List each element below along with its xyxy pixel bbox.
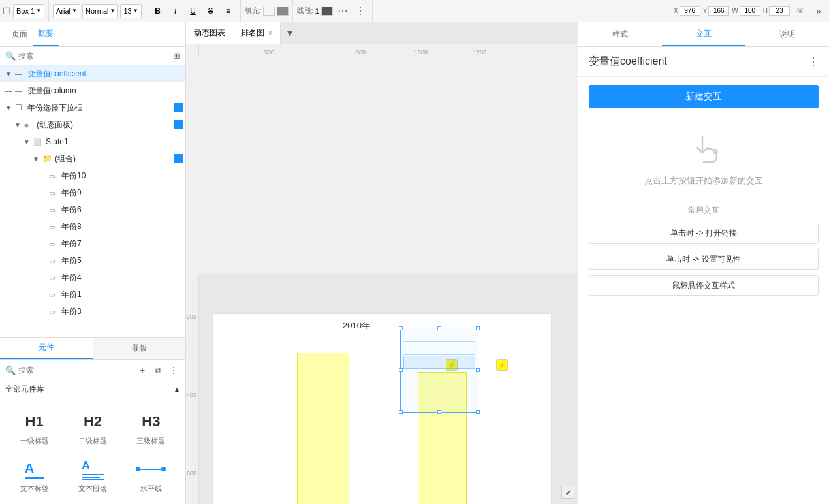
h3-label: 三级标题 (136, 436, 165, 446)
tree-item-var-coefficient[interactable]: ▼ — 变量值coefficient (0, 65, 185, 82)
right-top-nav: 样式 交互 说明 (578, 22, 829, 47)
section-collapse-icon[interactable]: ▲ (174, 386, 180, 393)
components-tabs: 元件 母版 (0, 338, 185, 360)
tree-item-year5[interactable]: ▭ 年份5 (0, 252, 185, 269)
font-size-dropdown[interactable]: 13 ▼ (120, 4, 141, 18)
more-button[interactable]: » (811, 4, 826, 18)
tab-masters[interactable]: 母版 (93, 338, 185, 359)
interaction-btn-set-visibility[interactable]: 单击时 -> 设置可见性 (589, 249, 819, 270)
handle-tr[interactable] (476, 326, 480, 330)
canvas-tab-title: 动态图表——排名图 (194, 27, 264, 39)
more-component-button[interactable]: ⋮ (167, 364, 180, 377)
tab-components[interactable]: 元件 (0, 338, 93, 359)
hide-button[interactable]: 👁 (792, 4, 808, 18)
panel-more-icon[interactable]: ⋮ (808, 55, 819, 68)
canvas-scroll[interactable]: 2010年 ⚡ ⚡ (199, 274, 578, 504)
stroke-more-button[interactable]: ⋮ (352, 4, 368, 18)
tree-item-group[interactable]: ▼ 📁 (组合) (0, 150, 185, 167)
tree-item-state1[interactable]: ▼ ⬜ State1 (0, 133, 185, 150)
stroke-style-button[interactable]: ⋯ (335, 4, 351, 18)
ruler-top: 500 800 1000 1200 (199, 44, 578, 57)
nav-interaction[interactable]: 交互 (662, 22, 745, 46)
comp-hr[interactable]: 水平线 (122, 451, 180, 499)
tree-item-year8[interactable]: ▭ 年份8 (0, 218, 185, 235)
handle-mr[interactable] (476, 368, 480, 372)
tree-item-year-dropdown[interactable]: ▼ ☐ 年份选择下拉框 (0, 99, 185, 116)
tree-label: 年份8 (61, 221, 185, 232)
nav-overview[interactable]: 概要 (33, 22, 59, 46)
list-button[interactable]: ≡ (221, 4, 236, 18)
canvas-tab-close[interactable]: × (268, 29, 272, 37)
comp-h1[interactable]: H1 一级标题 (5, 403, 63, 451)
tree-item-year4[interactable]: ▭ 年份4 (0, 269, 185, 286)
layer-search-input[interactable] (18, 52, 170, 61)
new-interaction-button[interactable]: 新建交互 (589, 85, 819, 108)
tree-item-var-column[interactable]: — — 变量值column (0, 82, 185, 99)
handle-tm[interactable] (437, 326, 441, 330)
comp-text-paragraph[interactable]: A 文本段落 (63, 451, 121, 499)
tree-checkbox[interactable] (174, 120, 183, 129)
tree-item-dynamic-panel[interactable]: ▼ ◈ (动态面板) (0, 116, 185, 133)
comp-search-input[interactable] (18, 366, 133, 375)
interaction-btn-open-link[interactable]: 单击时 -> 打开链接 (589, 223, 819, 244)
handle-ml[interactable] (399, 368, 403, 372)
coord-w-input[interactable] (740, 6, 760, 16)
tree-item-year7[interactable]: ▭ 年份7 (0, 235, 185, 252)
fill-solid-box[interactable] (277, 7, 289, 16)
underline-button[interactable]: U (185, 4, 201, 18)
filter-icon[interactable]: ⊞ (173, 51, 180, 61)
font-family-arrow: ▼ (72, 8, 77, 14)
strikethrough-button[interactable]: S (203, 4, 219, 18)
nav-notes[interactable]: 说明 (745, 22, 829, 46)
expand-button[interactable]: ⤢ (561, 486, 574, 499)
components-area: 元件 母版 🔍 + ⧉ ⋮ 全部元件库 ▲ H (0, 337, 185, 504)
fill-color-box[interactable] (263, 7, 275, 16)
bar-left[interactable] (297, 353, 349, 504)
handle-bl[interactable] (399, 410, 403, 414)
tree-item-year1[interactable]: ▭ 年份1 (0, 286, 185, 303)
stroke-color-box[interactable] (321, 7, 333, 16)
coord-h-input[interactable] (769, 6, 790, 16)
toolbar-format-section: B I U S ≡ (150, 0, 241, 22)
comp-h3[interactable]: H3 三级标题 (122, 403, 180, 451)
handle-bm[interactable] (437, 410, 441, 414)
canvas-tab-active[interactable]: 动态图表——排名图 × (186, 22, 281, 44)
bold-button[interactable]: B (150, 4, 166, 18)
right-panel: 样式 交互 说明 变量值coefficient ⋮ 新建交互 (578, 22, 829, 504)
comp-h2[interactable]: H2 二级标题 (63, 403, 121, 451)
common-interactions: 常用交互 单击时 -> 打开链接 单击时 -> 设置可见性 鼠标悬停交互样式 (578, 205, 829, 301)
font-style-dropdown[interactable]: Normal ▼ (82, 4, 118, 18)
text-paragraph-preview: A (76, 456, 109, 482)
h1-label: 一级标题 (20, 436, 49, 446)
italic-button[interactable]: I (168, 4, 183, 18)
coord-h: H (763, 6, 790, 16)
toolbar-fill-section: 填充: (245, 0, 293, 22)
comp-text-label[interactable]: A 文本标签 (5, 451, 63, 499)
tree-label: State1 (46, 137, 185, 146)
tree-checkbox[interactable] (174, 103, 183, 112)
rect-icon: ▭ (49, 308, 59, 315)
copy-component-button[interactable]: ⧉ (151, 364, 164, 377)
canvas-inner: 2010年 ⚡ ⚡ (199, 287, 578, 504)
font-size-label: 13 (123, 7, 131, 15)
tree-item-year10[interactable]: ▭ 年份10 (0, 167, 185, 184)
interaction-btn-hover-style[interactable]: 鼠标悬停交互样式 (589, 275, 819, 296)
selection-box[interactable] (400, 328, 478, 413)
box-dropdown[interactable]: Box 1 ▼ (13, 4, 44, 18)
tree-item-year9[interactable]: ▭ 年份9 (0, 184, 185, 201)
h3-preview: H3 (134, 409, 167, 435)
tree-item-year3[interactable]: ▭ 年份3 (0, 303, 185, 320)
coord-x-input[interactable] (680, 6, 700, 16)
nav-style[interactable]: 样式 (578, 22, 662, 46)
handle-tl[interactable] (399, 326, 403, 330)
coord-y-input[interactable] (708, 6, 729, 16)
main-layout: 页面 概要 🔍 ⊞ ▼ — 变量值coefficient — — 变量值 (0, 22, 829, 504)
handle-br[interactable] (476, 410, 480, 414)
tree-checkbox[interactable] (174, 154, 183, 163)
canvas-tab-more[interactable]: ▾ (281, 27, 299, 39)
add-component-button[interactable]: + (136, 364, 149, 377)
tree-item-year6[interactable]: ▭ 年份6 (0, 201, 185, 218)
h2-label: 二级标题 (78, 436, 107, 446)
font-family-dropdown[interactable]: Arial ▼ (53, 4, 80, 18)
nav-page[interactable]: 页面 (7, 22, 33, 46)
